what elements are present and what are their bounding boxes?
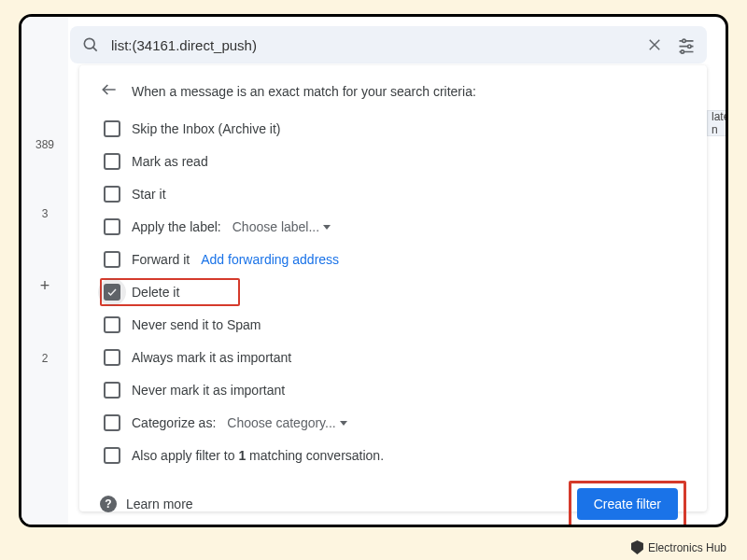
svg-point-7	[688, 45, 691, 48]
svg-point-5	[683, 39, 685, 42]
checkbox-never-spam[interactable]	[104, 316, 120, 333]
filter-options: Skip the Inbox (Archive it) Mark as read…	[100, 115, 686, 469]
checkbox-star[interactable]	[104, 186, 120, 203]
label-categorize: Categorize as:	[132, 415, 216, 430]
create-filter-highlight: Create filter	[569, 481, 686, 527]
option-also-apply: Also apply filter to 1 matching conversa…	[100, 441, 686, 469]
search-input[interactable]	[111, 37, 634, 53]
checkbox-forward[interactable]	[104, 251, 120, 268]
apply-label-dropdown[interactable]: Choose label...	[233, 219, 331, 234]
checkbox-delete[interactable]	[104, 284, 120, 301]
add-forwarding-link[interactable]: Add forwarding address	[201, 252, 339, 267]
chevron-down-icon	[323, 225, 331, 230]
label-skip-inbox: Skip the Inbox (Archive it)	[132, 121, 281, 136]
label-also-apply: Also apply filter to 1 matching conversa…	[132, 448, 384, 463]
checkbox-always-important[interactable]	[104, 349, 120, 366]
learn-more-link[interactable]: ? Learn more	[100, 496, 193, 512]
option-skip-inbox: Skip the Inbox (Archive it)	[100, 115, 686, 143]
checkbox-also-apply[interactable]	[104, 447, 120, 464]
app-frame: 389 3 + 2 latest n When a message is an …	[19, 14, 728, 527]
option-never-important: Never mark it as important	[100, 376, 686, 404]
clear-icon[interactable]	[643, 34, 666, 56]
checkbox-categorize[interactable]	[104, 414, 120, 431]
search-bar	[70, 26, 707, 63]
help-icon: ?	[100, 496, 117, 512]
learn-more-label: Learn more	[126, 497, 193, 511]
label-never-important: Never mark it as important	[132, 383, 285, 398]
panel-footer: ? Learn more Create filter	[100, 481, 686, 527]
search-icon	[79, 34, 102, 56]
apply-label-value: Choose label...	[233, 219, 319, 234]
svg-line-1	[93, 48, 97, 51]
checkbox-mark-read[interactable]	[104, 153, 120, 170]
option-star: Star it	[100, 180, 686, 208]
back-arrow-icon[interactable]	[100, 80, 119, 102]
checkbox-skip-inbox[interactable]	[104, 120, 120, 137]
categorize-dropdown[interactable]: Choose category...	[227, 415, 346, 430]
left-sidebar: 389 3 + 2	[21, 17, 68, 525]
sidebar-count-3[interactable]: 2	[21, 352, 68, 365]
svg-point-0	[84, 38, 94, 49]
sidebar-add-button[interactable]: +	[21, 276, 68, 296]
shield-icon	[631, 540, 643, 554]
label-mark-read: Mark as read	[132, 154, 208, 169]
create-filter-button[interactable]: Create filter	[577, 488, 678, 520]
filter-panel: When a message is an exact match for you…	[79, 65, 707, 511]
label-delete: Delete it	[132, 285, 179, 300]
option-forward: Forward it Add forwarding address	[100, 245, 686, 273]
label-never-spam: Never send it to Spam	[132, 317, 261, 332]
option-mark-read: Mark as read	[100, 147, 686, 175]
label-apply-label: Apply the label:	[132, 219, 221, 234]
label-forward: Forward it	[132, 252, 190, 267]
option-never-spam: Never send it to Spam	[100, 311, 686, 339]
panel-title: When a message is an exact match for you…	[132, 84, 476, 99]
checkbox-apply-label[interactable]	[104, 218, 120, 235]
search-options-icon[interactable]	[675, 34, 698, 56]
checkbox-never-important[interactable]	[104, 382, 120, 399]
option-categorize: Categorize as: Choose category...	[100, 409, 686, 437]
panel-header: When a message is an exact match for you…	[100, 80, 686, 102]
categorize-value: Choose category...	[227, 415, 335, 430]
svg-point-9	[681, 50, 684, 53]
option-apply-label: Apply the label: Choose label...	[100, 213, 686, 241]
sidebar-count-1[interactable]: 389	[21, 138, 68, 151]
watermark: Electronics Hub	[631, 540, 726, 554]
chevron-down-icon	[340, 421, 347, 426]
background-label-row: latest n	[707, 110, 726, 136]
option-delete: Delete it	[100, 278, 240, 306]
sidebar-count-2[interactable]: 3	[21, 207, 68, 220]
option-always-important: Always mark it as important	[100, 343, 686, 371]
label-star: Star it	[132, 187, 166, 202]
watermark-text: Electronics Hub	[648, 541, 726, 554]
label-always-important: Always mark it as important	[132, 350, 291, 365]
